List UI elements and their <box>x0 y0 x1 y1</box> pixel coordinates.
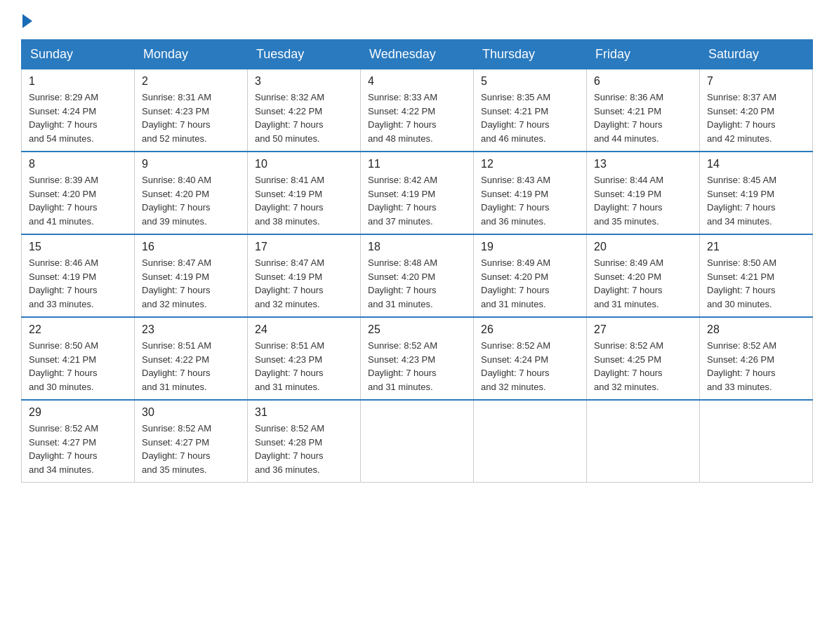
header-wednesday: Wednesday <box>361 40 474 69</box>
calendar-cell <box>587 400 700 483</box>
page-header <box>21 14 813 25</box>
day-info: Sunrise: 8:47 AMSunset: 4:19 PMDaylight:… <box>255 256 353 311</box>
day-info: Sunrise: 8:52 AMSunset: 4:27 PMDaylight:… <box>142 422 240 476</box>
calendar-cell: 29Sunrise: 8:52 AMSunset: 4:27 PMDayligh… <box>22 400 135 483</box>
day-number: 10 <box>255 158 353 170</box>
day-number: 12 <box>481 158 579 170</box>
day-number: 2 <box>142 75 240 88</box>
calendar-header-row: SundayMondayTuesdayWednesdayThursdayFrid… <box>22 40 813 69</box>
header-thursday: Thursday <box>474 40 587 69</box>
calendar-week-row: 22Sunrise: 8:50 AMSunset: 4:21 PMDayligh… <box>22 317 813 400</box>
day-info: Sunrise: 8:45 AMSunset: 4:19 PMDaylight:… <box>707 173 805 228</box>
day-info: Sunrise: 8:47 AMSunset: 4:19 PMDaylight:… <box>142 256 240 311</box>
day-number: 27 <box>594 323 692 336</box>
day-info: Sunrise: 8:35 AMSunset: 4:21 PMDaylight:… <box>481 90 579 145</box>
day-number: 16 <box>142 241 240 253</box>
day-number: 1 <box>29 75 127 88</box>
calendar-cell: 3Sunrise: 8:32 AMSunset: 4:22 PMDaylight… <box>248 69 361 152</box>
day-number: 24 <box>255 323 353 336</box>
calendar-cell: 9Sunrise: 8:40 AMSunset: 4:20 PMDaylight… <box>135 152 248 234</box>
day-number: 23 <box>142 323 240 336</box>
calendar-cell: 7Sunrise: 8:37 AMSunset: 4:20 PMDaylight… <box>700 69 813 152</box>
calendar-cell: 17Sunrise: 8:47 AMSunset: 4:19 PMDayligh… <box>248 234 361 317</box>
header-sunday: Sunday <box>22 40 135 69</box>
day-info: Sunrise: 8:51 AMSunset: 4:23 PMDaylight:… <box>255 339 353 394</box>
calendar-cell: 15Sunrise: 8:46 AMSunset: 4:19 PMDayligh… <box>22 234 135 317</box>
logo-arrow-icon <box>22 14 32 28</box>
calendar-cell: 27Sunrise: 8:52 AMSunset: 4:25 PMDayligh… <box>587 317 700 400</box>
calendar-cell: 18Sunrise: 8:48 AMSunset: 4:20 PMDayligh… <box>361 234 474 317</box>
day-number: 3 <box>255 75 353 88</box>
logo-text <box>21 14 34 28</box>
day-number: 26 <box>481 323 579 336</box>
day-info: Sunrise: 8:52 AMSunset: 4:27 PMDaylight:… <box>29 422 127 476</box>
day-number: 22 <box>29 323 127 336</box>
day-number: 31 <box>255 406 353 419</box>
day-number: 8 <box>29 158 127 170</box>
day-number: 7 <box>707 75 805 88</box>
day-number: 28 <box>707 323 805 336</box>
calendar-cell: 19Sunrise: 8:49 AMSunset: 4:20 PMDayligh… <box>474 234 587 317</box>
calendar-cell: 28Sunrise: 8:52 AMSunset: 4:26 PMDayligh… <box>700 317 813 400</box>
calendar-cell: 8Sunrise: 8:39 AMSunset: 4:20 PMDaylight… <box>22 152 135 234</box>
day-number: 15 <box>29 241 127 253</box>
day-number: 18 <box>368 241 466 253</box>
calendar-cell: 13Sunrise: 8:44 AMSunset: 4:19 PMDayligh… <box>587 152 700 234</box>
day-info: Sunrise: 8:43 AMSunset: 4:19 PMDaylight:… <box>481 173 579 228</box>
calendar-cell: 5Sunrise: 8:35 AMSunset: 4:21 PMDaylight… <box>474 69 587 152</box>
header-saturday: Saturday <box>700 40 813 69</box>
calendar-cell: 11Sunrise: 8:42 AMSunset: 4:19 PMDayligh… <box>361 152 474 234</box>
day-number: 5 <box>481 75 579 88</box>
calendar-cell: 10Sunrise: 8:41 AMSunset: 4:19 PMDayligh… <box>248 152 361 234</box>
calendar-table: SundayMondayTuesdayWednesdayThursdayFrid… <box>21 39 813 483</box>
day-number: 29 <box>29 406 127 419</box>
calendar-cell: 23Sunrise: 8:51 AMSunset: 4:22 PMDayligh… <box>135 317 248 400</box>
day-number: 21 <box>707 241 805 253</box>
logo <box>21 14 34 25</box>
calendar-cell: 25Sunrise: 8:52 AMSunset: 4:23 PMDayligh… <box>361 317 474 400</box>
calendar-cell: 12Sunrise: 8:43 AMSunset: 4:19 PMDayligh… <box>474 152 587 234</box>
day-info: Sunrise: 8:46 AMSunset: 4:19 PMDaylight:… <box>29 256 127 311</box>
calendar-week-row: 15Sunrise: 8:46 AMSunset: 4:19 PMDayligh… <box>22 234 813 317</box>
calendar-cell: 14Sunrise: 8:45 AMSunset: 4:19 PMDayligh… <box>700 152 813 234</box>
day-info: Sunrise: 8:32 AMSunset: 4:22 PMDaylight:… <box>255 90 353 145</box>
calendar-cell: 4Sunrise: 8:33 AMSunset: 4:22 PMDaylight… <box>361 69 474 152</box>
calendar-cell: 24Sunrise: 8:51 AMSunset: 4:23 PMDayligh… <box>248 317 361 400</box>
header-tuesday: Tuesday <box>248 40 361 69</box>
day-info: Sunrise: 8:48 AMSunset: 4:20 PMDaylight:… <box>368 256 466 311</box>
calendar-cell: 16Sunrise: 8:47 AMSunset: 4:19 PMDayligh… <box>135 234 248 317</box>
day-info: Sunrise: 8:51 AMSunset: 4:22 PMDaylight:… <box>142 339 240 394</box>
day-info: Sunrise: 8:52 AMSunset: 4:25 PMDaylight:… <box>594 339 692 394</box>
calendar-cell: 31Sunrise: 8:52 AMSunset: 4:28 PMDayligh… <box>248 400 361 483</box>
calendar-cell: 30Sunrise: 8:52 AMSunset: 4:27 PMDayligh… <box>135 400 248 483</box>
day-number: 25 <box>368 323 466 336</box>
day-info: Sunrise: 8:49 AMSunset: 4:20 PMDaylight:… <box>594 256 692 311</box>
day-info: Sunrise: 8:40 AMSunset: 4:20 PMDaylight:… <box>142 173 240 228</box>
day-info: Sunrise: 8:33 AMSunset: 4:22 PMDaylight:… <box>368 90 466 145</box>
day-number: 11 <box>368 158 466 170</box>
day-info: Sunrise: 8:37 AMSunset: 4:20 PMDaylight:… <box>707 90 805 145</box>
day-info: Sunrise: 8:52 AMSunset: 4:28 PMDaylight:… <box>255 422 353 476</box>
calendar-cell <box>474 400 587 483</box>
calendar-week-row: 29Sunrise: 8:52 AMSunset: 4:27 PMDayligh… <box>22 400 813 483</box>
day-info: Sunrise: 8:36 AMSunset: 4:21 PMDaylight:… <box>594 90 692 145</box>
day-info: Sunrise: 8:31 AMSunset: 4:23 PMDaylight:… <box>142 90 240 145</box>
day-number: 30 <box>142 406 240 419</box>
header-friday: Friday <box>587 40 700 69</box>
day-number: 4 <box>368 75 466 88</box>
day-info: Sunrise: 8:52 AMSunset: 4:23 PMDaylight:… <box>368 339 466 394</box>
day-info: Sunrise: 8:29 AMSunset: 4:24 PMDaylight:… <box>29 90 127 145</box>
day-number: 19 <box>481 241 579 253</box>
calendar-cell: 20Sunrise: 8:49 AMSunset: 4:20 PMDayligh… <box>587 234 700 317</box>
day-info: Sunrise: 8:41 AMSunset: 4:19 PMDaylight:… <box>255 173 353 228</box>
calendar-cell: 22Sunrise: 8:50 AMSunset: 4:21 PMDayligh… <box>22 317 135 400</box>
day-number: 13 <box>594 158 692 170</box>
calendar-cell: 21Sunrise: 8:50 AMSunset: 4:21 PMDayligh… <box>700 234 813 317</box>
day-info: Sunrise: 8:50 AMSunset: 4:21 PMDaylight:… <box>29 339 127 394</box>
calendar-week-row: 1Sunrise: 8:29 AMSunset: 4:24 PMDaylight… <box>22 69 813 152</box>
day-info: Sunrise: 8:44 AMSunset: 4:19 PMDaylight:… <box>594 173 692 228</box>
day-info: Sunrise: 8:49 AMSunset: 4:20 PMDaylight:… <box>481 256 579 311</box>
calendar-cell: 26Sunrise: 8:52 AMSunset: 4:24 PMDayligh… <box>474 317 587 400</box>
day-number: 14 <box>707 158 805 170</box>
day-info: Sunrise: 8:52 AMSunset: 4:24 PMDaylight:… <box>481 339 579 394</box>
